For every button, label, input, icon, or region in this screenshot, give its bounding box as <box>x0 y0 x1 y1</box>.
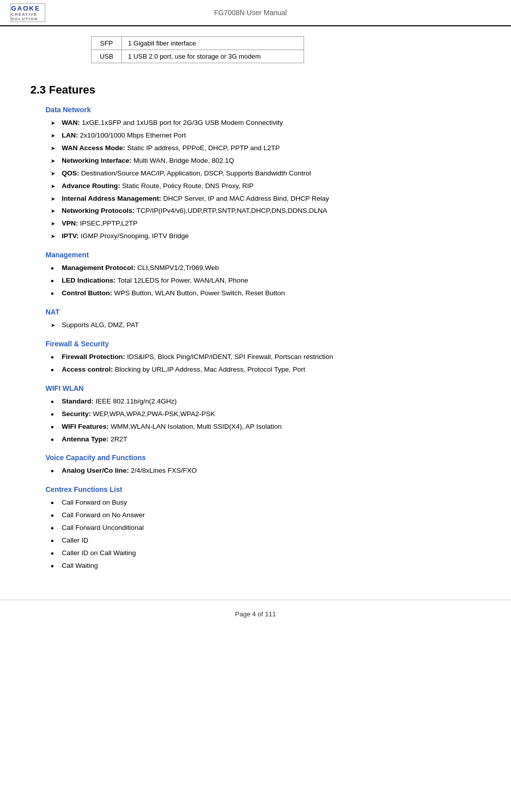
list-item: Supports ALG, DMZ, PAT <box>51 320 481 331</box>
list-item-text: IDS&IPS, Block Ping/ICMP/IDENT, SPI Fire… <box>125 353 333 360</box>
table-row: USB1 USB 2.0 port, use for storage or 3G… <box>92 50 304 63</box>
page-container: GAOKE CREATIVE SOLUTION FG7008N User Man… <box>0 0 511 812</box>
list-item-text: DHCP Server, IP and MAC Address Bind, DH… <box>161 195 329 202</box>
list-item: Call Waiting <box>51 561 481 571</box>
main-content: 2.3 Features Data NetworkWAN: 1xGE,1xSFP… <box>0 68 511 590</box>
list-item-label: WIFI Features: <box>62 423 109 430</box>
list-item-label: Firewall Protection: <box>62 353 125 360</box>
list-item-text: 2R2T <box>109 435 127 443</box>
list-item-text: WEP,WPA,WPA2,PWA-PSK,WPA2-PSK <box>91 410 215 418</box>
list-item-text: 1xGE,1xSFP and 1xUSB port for 2G/3G USB … <box>80 119 283 126</box>
list-item-text: IEEE 802.11b/g/n(2.4GHz) <box>94 397 177 405</box>
list-item: Standard: IEEE 802.11b/g/n(2.4GHz) <box>51 396 481 407</box>
logo-area: GAOKE CREATIVE SOLUTION <box>10 3 46 22</box>
subsection-title-nat: NAT <box>46 308 481 316</box>
list-item: Call Forward on Busy <box>51 498 481 508</box>
list-item-text: Static Route, Policy Route, DNS Proxy, R… <box>120 182 254 190</box>
subsection-title-data-network: Data Network <box>46 106 481 114</box>
subsection-list-management: Management Protocol: CLI,SNMPV1/2,Tr069,… <box>30 263 481 299</box>
list-item-text: Blocking by URL,IP Address, Mac Address,… <box>113 366 305 373</box>
table-row: SFP1 Gigabit fiber interface <box>92 37 304 50</box>
list-item: Advance Routing: Static Route, Policy Ro… <box>51 181 481 192</box>
list-item: LED Indications: Total 12LEDS for Power,… <box>51 276 481 286</box>
subsections-container: Data NetworkWAN: 1xGE,1xSFP and 1xUSB po… <box>30 106 481 571</box>
subsection-title-firewall: Firewall & Security <box>46 340 481 348</box>
subsection-title-voice: Voice Capacity and Functions <box>46 454 481 462</box>
list-item-label: Networking Interface: <box>62 157 132 164</box>
list-item: Analog User/Co line: 2/4/8xLines FXS/FXO <box>51 466 481 476</box>
list-item-text: WPS Button, WLAN Button, Power Switch, R… <box>112 289 285 297</box>
subsection-list-centrex: Call Forward on BusyCall Forward on No A… <box>30 498 481 571</box>
list-item-label: LAN: <box>62 131 78 139</box>
subsection-list-voice: Analog User/Co line: 2/4/8xLines FXS/FXO <box>30 466 481 476</box>
subsection-list-firewall: Firewall Protection: IDS&IPS, Block Ping… <box>30 352 481 375</box>
table-cell-value: 1 Gigabit fiber interface <box>122 37 304 50</box>
header-title: FG7008N User Manual <box>46 9 455 17</box>
subsection-list-nat: Supports ALG, DMZ, PAT <box>30 320 481 331</box>
list-item: LAN: 2x10/100/1000 Mbps Ethernet Port <box>51 130 481 141</box>
list-item-label: LED Indications: <box>62 277 116 284</box>
list-item: Antenna Type: 2R2T <box>51 434 481 445</box>
subsection-title-management: Management <box>46 251 481 259</box>
logo-subtitle: CREATIVE SOLUTION <box>11 12 45 21</box>
logo-box: GAOKE CREATIVE SOLUTION <box>10 3 46 22</box>
list-item-label: Networking Protocols: <box>62 207 135 214</box>
list-item: Networking Interface: Multi WAN, Bridge … <box>51 156 481 166</box>
logo-text: GAOKE <box>11 5 45 12</box>
list-item-label: VPN: <box>62 219 78 227</box>
list-item: Call Forward Unconditional <box>51 523 481 533</box>
list-item-label: Management Protocol: <box>62 264 136 272</box>
list-item: VPN: IPSEC,PPTP,L2TP <box>51 218 481 229</box>
list-item-label: Advance Routing: <box>62 182 120 190</box>
list-item: Control Button: WPS Button, WLAN Button,… <box>51 288 481 299</box>
table-cell-value: 1 USB 2.0 port, use for storage or 3G mo… <box>122 50 304 63</box>
page-footer: Page 4 of 111 <box>0 600 511 628</box>
list-item-label: QOS: <box>62 169 79 177</box>
list-item-label: WAN: <box>62 119 80 126</box>
list-item-label: Security: <box>62 410 91 418</box>
list-item-label: Access control: <box>62 366 113 373</box>
list-item: Security: WEP,WPA,WPA2,PWA-PSK,WPA2-PSK <box>51 409 481 420</box>
list-item-text: TCP/IP(IPv4/v6),UDP,RTP,SNTP,NAT,DHCP,DN… <box>135 207 327 214</box>
list-item: IPTV: IGMP Proxy/Snooping, IPTV Bridge <box>51 231 481 242</box>
list-item-text: CLI,SNMPV1/2,Tr069,Web <box>136 264 219 272</box>
section-title: 2.3 Features <box>30 83 481 97</box>
list-item-label: WAN Access Mode: <box>62 144 125 152</box>
footer-text: Page 4 of 111 <box>235 610 276 618</box>
subsection-title-centrex: Centrex Functions List <box>46 485 481 493</box>
table-cell-label: USB <box>92 50 122 63</box>
list-item: Caller ID on Call Waiting <box>51 548 481 559</box>
subsection-list-wifi: Standard: IEEE 802.11b/g/n(2.4GHz)Securi… <box>30 396 481 445</box>
list-item: WIFI Features: WMM,WLAN-LAN Isolation, M… <box>51 422 481 432</box>
list-item: Caller ID <box>51 535 481 546</box>
list-item-text: Multi WAN, Bridge Mode, 802.1Q <box>132 157 234 164</box>
list-item-label: Antenna Type: <box>62 435 109 443</box>
list-item-text: WMM,WLAN-LAN Isolation, Multi SSID(X4), … <box>109 423 282 430</box>
list-item-text: 2/4/8xLines FXS/FXO <box>129 467 197 474</box>
list-item-label: Analog User/Co line: <box>62 467 129 474</box>
table-section: SFP1 Gigabit fiber interfaceUSB1 USB 2.0… <box>0 26 511 68</box>
list-item: WAN: 1xGE,1xSFP and 1xUSB port for 2G/3G… <box>51 118 481 128</box>
list-item: WAN Access Mode: Static IP address, PPPo… <box>51 143 481 154</box>
list-item: Networking Protocols: TCP/IP(IPv4/v6),UD… <box>51 206 481 216</box>
list-item: QOS: Destination/Source MAC/IP, Applicat… <box>51 168 481 179</box>
list-item-text: IGMP Proxy/Snooping, IPTV Bridge <box>79 232 189 240</box>
list-item-label: Internal Address Management: <box>62 195 161 202</box>
list-item: Internal Address Management: DHCP Server… <box>51 194 481 204</box>
list-item: Access control: Blocking by URL,IP Addre… <box>51 365 481 375</box>
subsection-list-data-network: WAN: 1xGE,1xSFP and 1xUSB port for 2G/3G… <box>30 118 481 242</box>
table-cell-label: SFP <box>92 37 122 50</box>
list-item-label: IPTV: <box>62 232 79 240</box>
list-item-text: 2x10/100/1000 Mbps Ethernet Port <box>78 131 186 139</box>
page-header: GAOKE CREATIVE SOLUTION FG7008N User Man… <box>0 0 511 26</box>
list-item-text: Total 12LEDS for Power, WAN/LAN, Phone <box>116 277 248 284</box>
list-item-text: Static IP address, PPPoE, DHCP, PPTP and… <box>125 144 280 152</box>
list-item: Firewall Protection: IDS&IPS, Block Ping… <box>51 352 481 363</box>
list-item-text: Destination/Source MAC/IP, Application, … <box>79 169 311 177</box>
list-item: Management Protocol: CLI,SNMPV1/2,Tr069,… <box>51 263 481 274</box>
list-item-label: Standard: <box>62 397 94 405</box>
list-item-label: Control Button: <box>62 289 112 297</box>
list-item: Call Forward on No Answer <box>51 510 481 521</box>
spec-table: SFP1 Gigabit fiber interfaceUSB1 USB 2.0… <box>91 36 304 63</box>
subsection-title-wifi: WIFI WLAN <box>46 384 481 392</box>
